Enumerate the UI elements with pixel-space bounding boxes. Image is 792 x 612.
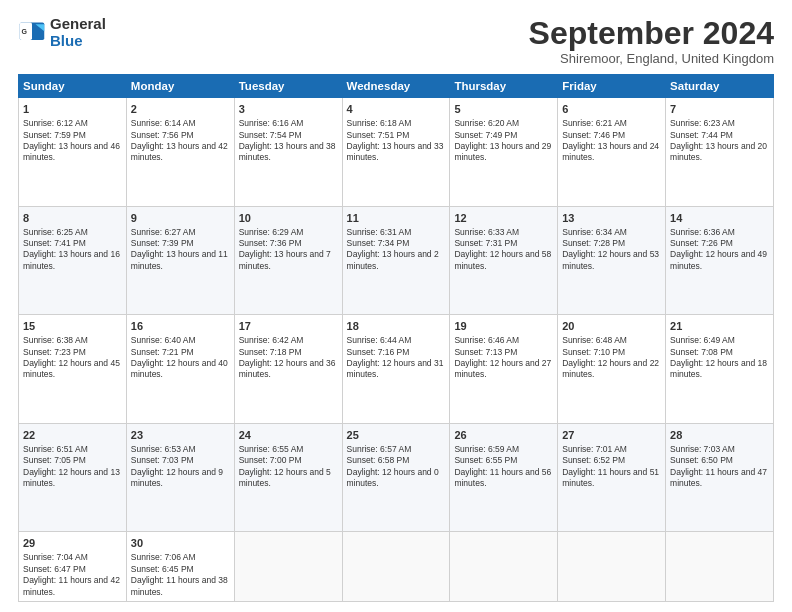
logo-blue: Blue (50, 33, 106, 50)
day-number: 24 (239, 428, 338, 443)
day-number: 23 (131, 428, 230, 443)
daylight-label: Daylight: 12 hours and 0 minutes. (347, 467, 439, 488)
day-number: 18 (347, 319, 446, 334)
sunrise-label: Sunrise: 6:49 AM (670, 335, 735, 345)
table-row (450, 532, 558, 602)
table-row: 17 Sunrise: 6:42 AM Sunset: 7:18 PM Dayl… (234, 315, 342, 424)
sunset-label: Sunset: 7:59 PM (23, 130, 86, 140)
table-row: 10 Sunrise: 6:29 AM Sunset: 7:36 PM Dayl… (234, 206, 342, 315)
daylight-label: Daylight: 13 hours and 16 minutes. (23, 249, 120, 270)
daylight-label: Daylight: 11 hours and 38 minutes. (131, 575, 228, 596)
sunrise-label: Sunrise: 6:27 AM (131, 227, 196, 237)
day-number: 25 (347, 428, 446, 443)
sunset-label: Sunset: 7:21 PM (131, 347, 194, 357)
table-row: 1 Sunrise: 6:12 AM Sunset: 7:59 PM Dayli… (19, 98, 127, 207)
day-number: 28 (670, 428, 769, 443)
day-number: 22 (23, 428, 122, 443)
sunset-label: Sunset: 7:36 PM (239, 238, 302, 248)
day-number: 11 (347, 211, 446, 226)
table-row: 14 Sunrise: 6:36 AM Sunset: 7:26 PM Dayl… (666, 206, 774, 315)
day-number: 21 (670, 319, 769, 334)
sunrise-label: Sunrise: 6:36 AM (670, 227, 735, 237)
day-number: 16 (131, 319, 230, 334)
col-monday: Monday (126, 75, 234, 98)
sunrise-label: Sunrise: 6:12 AM (23, 118, 88, 128)
daylight-label: Daylight: 12 hours and 9 minutes. (131, 467, 223, 488)
daylight-label: Daylight: 12 hours and 31 minutes. (347, 358, 444, 379)
header: G General Blue September 2024 Shiremoor,… (18, 16, 774, 66)
sunrise-label: Sunrise: 6:57 AM (347, 444, 412, 454)
sunset-label: Sunset: 7:26 PM (670, 238, 733, 248)
sunrise-label: Sunrise: 6:29 AM (239, 227, 304, 237)
table-row: 9 Sunrise: 6:27 AM Sunset: 7:39 PM Dayli… (126, 206, 234, 315)
sunset-label: Sunset: 7:44 PM (670, 130, 733, 140)
sunrise-label: Sunrise: 6:55 AM (239, 444, 304, 454)
sunset-label: Sunset: 7:49 PM (454, 130, 517, 140)
day-number: 9 (131, 211, 230, 226)
table-row: 21 Sunrise: 6:49 AM Sunset: 7:08 PM Dayl… (666, 315, 774, 424)
table-row: 13 Sunrise: 6:34 AM Sunset: 7:28 PM Dayl… (558, 206, 666, 315)
sunrise-label: Sunrise: 6:40 AM (131, 335, 196, 345)
table-row (558, 532, 666, 602)
day-number: 13 (562, 211, 661, 226)
sunset-label: Sunset: 7:56 PM (131, 130, 194, 140)
table-row: 24 Sunrise: 6:55 AM Sunset: 7:00 PM Dayl… (234, 423, 342, 532)
sunrise-label: Sunrise: 6:38 AM (23, 335, 88, 345)
table-row: 27 Sunrise: 7:01 AM Sunset: 6:52 PM Dayl… (558, 423, 666, 532)
col-tuesday: Tuesday (234, 75, 342, 98)
sunset-label: Sunset: 7:18 PM (239, 347, 302, 357)
title-block: September 2024 Shiremoor, England, Unite… (529, 16, 774, 66)
sunset-label: Sunset: 7:46 PM (562, 130, 625, 140)
table-row: 22 Sunrise: 6:51 AM Sunset: 7:05 PM Dayl… (19, 423, 127, 532)
sunset-label: Sunset: 7:41 PM (23, 238, 86, 248)
day-number: 17 (239, 319, 338, 334)
col-thursday: Thursday (450, 75, 558, 98)
sunrise-label: Sunrise: 6:59 AM (454, 444, 519, 454)
daylight-label: Daylight: 12 hours and 18 minutes. (670, 358, 767, 379)
table-row (234, 532, 342, 602)
daylight-label: Daylight: 12 hours and 45 minutes. (23, 358, 120, 379)
sunrise-label: Sunrise: 6:25 AM (23, 227, 88, 237)
sunrise-label: Sunrise: 6:18 AM (347, 118, 412, 128)
day-number: 8 (23, 211, 122, 226)
table-row: 12 Sunrise: 6:33 AM Sunset: 7:31 PM Dayl… (450, 206, 558, 315)
sunrise-label: Sunrise: 7:04 AM (23, 552, 88, 562)
sunset-label: Sunset: 7:05 PM (23, 455, 86, 465)
sunrise-label: Sunrise: 6:16 AM (239, 118, 304, 128)
table-row: 16 Sunrise: 6:40 AM Sunset: 7:21 PM Dayl… (126, 315, 234, 424)
day-number: 1 (23, 102, 122, 117)
daylight-label: Daylight: 13 hours and 24 minutes. (562, 141, 659, 162)
calendar-page: G General Blue September 2024 Shiremoor,… (0, 0, 792, 612)
sunset-label: Sunset: 7:31 PM (454, 238, 517, 248)
table-row: 20 Sunrise: 6:48 AM Sunset: 7:10 PM Dayl… (558, 315, 666, 424)
table-row: 23 Sunrise: 6:53 AM Sunset: 7:03 PM Dayl… (126, 423, 234, 532)
daylight-label: Daylight: 11 hours and 51 minutes. (562, 467, 659, 488)
sunset-label: Sunset: 7:34 PM (347, 238, 410, 248)
sunset-label: Sunset: 7:16 PM (347, 347, 410, 357)
day-number: 27 (562, 428, 661, 443)
sunrise-label: Sunrise: 6:23 AM (670, 118, 735, 128)
day-number: 29 (23, 536, 122, 551)
daylight-label: Daylight: 11 hours and 42 minutes. (23, 575, 120, 596)
table-row: 18 Sunrise: 6:44 AM Sunset: 7:16 PM Dayl… (342, 315, 450, 424)
day-number: 4 (347, 102, 446, 117)
daylight-label: Daylight: 12 hours and 49 minutes. (670, 249, 767, 270)
sunset-label: Sunset: 7:54 PM (239, 130, 302, 140)
table-row: 30 Sunrise: 7:06 AM Sunset: 6:45 PM Dayl… (126, 532, 234, 602)
sunset-label: Sunset: 6:55 PM (454, 455, 517, 465)
sunset-label: Sunset: 7:13 PM (454, 347, 517, 357)
daylight-label: Daylight: 13 hours and 38 minutes. (239, 141, 336, 162)
sunset-label: Sunset: 7:39 PM (131, 238, 194, 248)
sunrise-label: Sunrise: 6:48 AM (562, 335, 627, 345)
location: Shiremoor, England, United Kingdom (529, 51, 774, 66)
table-row: 26 Sunrise: 6:59 AM Sunset: 6:55 PM Dayl… (450, 423, 558, 532)
logo-general: General (50, 16, 106, 33)
col-sunday: Sunday (19, 75, 127, 98)
table-row: 11 Sunrise: 6:31 AM Sunset: 7:34 PM Dayl… (342, 206, 450, 315)
col-wednesday: Wednesday (342, 75, 450, 98)
sunrise-label: Sunrise: 7:03 AM (670, 444, 735, 454)
sunrise-label: Sunrise: 6:20 AM (454, 118, 519, 128)
sunrise-label: Sunrise: 6:42 AM (239, 335, 304, 345)
sunrise-label: Sunrise: 6:51 AM (23, 444, 88, 454)
table-row: 6 Sunrise: 6:21 AM Sunset: 7:46 PM Dayli… (558, 98, 666, 207)
